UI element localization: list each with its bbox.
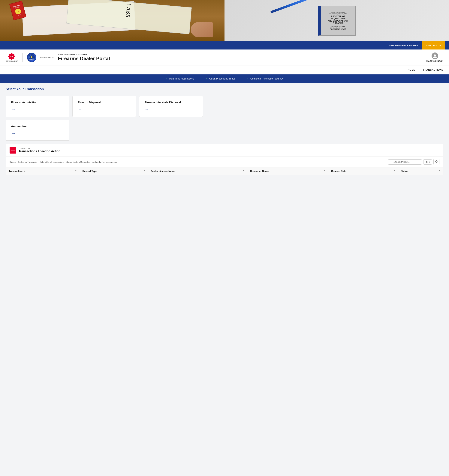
- feature-2: ✓ Quick Processing Times: [206, 77, 235, 80]
- settings-dropdown-arrow: ▾: [429, 161, 430, 163]
- svg-point-15: [434, 54, 436, 56]
- transactions-icon: [10, 147, 16, 153]
- feature-1-label: Real Time Notifications: [169, 77, 194, 80]
- svg-rect-19: [11, 151, 15, 151]
- check-icon-2: ✓: [206, 77, 208, 80]
- feature-1: ✓ Real Time Notifications: [166, 77, 194, 80]
- feature-3-label: Complete Transaction Journey: [250, 77, 283, 80]
- search-wrapper: [388, 159, 422, 164]
- svg-point-22: [426, 161, 427, 162]
- hero-right-image: Firearms Act, 1996Firearms Regulation, 2…: [224, 0, 449, 41]
- col-customer-filter[interactable]: ▾: [324, 170, 325, 172]
- header-title-area: NSW FIREARMS REGISTRY Firearms Dealer Po…: [58, 53, 110, 62]
- main-content: Select Your Transaction Firearm Acquisit…: [0, 83, 449, 183]
- cards-row-2: Ammunition →: [6, 120, 443, 141]
- contact-us-button[interactable]: CONTACT US: [422, 41, 445, 50]
- cards-row-1: Firearm Acquisition → Firearm Disposal →…: [6, 96, 443, 117]
- user-profile[interactable]: MARK JOHNSON: [426, 52, 443, 62]
- select-transaction-section: Select Your Transaction Firearm Acquisit…: [6, 87, 443, 141]
- registry-label: NSW FIREARMS REGISTRY: [389, 44, 418, 46]
- police-badge-icon: NSW POLICE: [28, 54, 35, 61]
- svg-rect-18: [11, 150, 15, 150]
- card-firearm-disposal[interactable]: Firearm Disposal →: [72, 96, 136, 117]
- svg-marker-23: [437, 160, 437, 161]
- card-arrow-1: →: [11, 107, 64, 112]
- svg-text:NSW POLICE: NSW POLICE: [29, 59, 34, 60]
- transactions-toolbar: 0 items • Sorted by Transaction • Filter…: [6, 157, 443, 167]
- transactions-label: Transactions: [18, 147, 60, 150]
- section-title: Select Your Transaction: [6, 87, 443, 91]
- col-record-type-filter[interactable]: ▾: [144, 170, 145, 172]
- col-created-date[interactable]: Created Date ▾: [328, 167, 398, 175]
- police-label: NSW Police Force: [40, 57, 54, 58]
- header-title: Firearms Dealer Portal: [58, 56, 110, 62]
- nav-transactions[interactable]: TRANSACTIONS: [423, 68, 443, 71]
- card-title-4: Ammunition: [11, 125, 64, 128]
- card-ammunition[interactable]: Ammunition →: [6, 120, 69, 141]
- list-icon: [11, 149, 15, 152]
- transactions-panel: Transactions Transactions I need to Acti…: [6, 144, 443, 175]
- col-transaction[interactable]: Transaction ↑ ▾: [6, 167, 79, 175]
- card-arrow-3: →: [145, 107, 197, 112]
- table-header: Transaction ↑ ▾ Record Type ▾ Dealer Lic…: [6, 167, 443, 175]
- features-bar: ✓ Real Time Notifications ✓ Quick Proces…: [0, 74, 449, 83]
- logo-divider: [22, 53, 23, 62]
- col-status[interactable]: Status ▾: [398, 167, 443, 175]
- transactions-table: Transaction ↑ ▾ Record Type ▾ Dealer Lic…: [6, 167, 443, 175]
- police-logo: NSW POLICE: [27, 53, 36, 62]
- card-firearm-acquisition[interactable]: Firearm Acquisition →: [6, 96, 69, 117]
- card-arrow-2: →: [78, 107, 131, 112]
- sort-arrow-transaction: ↑: [24, 170, 25, 172]
- top-nav-bar: NSW FIREARMS REGISTRY CONTACT US: [0, 41, 449, 50]
- transactions-header: Transactions Transactions I need to Acti…: [6, 144, 443, 157]
- hero-section: BEHIND THE GLASS AMERICAN EAGLE ★ .22 LR…: [0, 0, 449, 41]
- gov-label: GOVERNMENT: [6, 60, 18, 62]
- col-status-filter[interactable]: ▾: [439, 170, 440, 172]
- col-date-filter[interactable]: ▾: [394, 170, 395, 172]
- card-title-1: Firearm Acquisition: [11, 101, 64, 104]
- gear-icon: [425, 161, 428, 163]
- settings-button[interactable]: ▾: [423, 159, 432, 164]
- refresh-icon: [435, 160, 438, 163]
- nsw-flower-icon: NSW: [7, 53, 16, 60]
- transactions-status: 0 items • Sorted by Transaction • Filter…: [10, 161, 117, 163]
- check-icon-1: ✓: [166, 77, 168, 80]
- col-transaction-filter[interactable]: ▾: [75, 170, 76, 172]
- toolbar-right: ▾: [388, 159, 439, 165]
- nav-home[interactable]: HOME: [408, 68, 415, 71]
- check-icon-3: ✓: [247, 77, 249, 80]
- card-title-3: Firearm Interstate Disposal: [145, 101, 197, 104]
- svg-point-16: [433, 57, 437, 58]
- feature-3: ✓ Complete Transaction Journey: [247, 77, 283, 80]
- col-dealer-licence[interactable]: Dealer Licence Name ▾: [148, 167, 247, 175]
- hero-left-image: BEHIND THE GLASS AMERICAN EAGLE ★ .22 LR: [0, 0, 224, 41]
- col-record-type[interactable]: Record Type ▾: [79, 167, 147, 175]
- header-subtitle: NSW FIREARMS REGISTRY: [58, 53, 110, 56]
- user-avatar-icon: [432, 52, 438, 59]
- section-divider: [6, 92, 443, 92]
- transactions-title-area: Transactions Transactions I need to Acti…: [18, 147, 60, 153]
- refresh-button[interactable]: [433, 159, 439, 165]
- col-customer-name[interactable]: Customer Name ▾: [247, 167, 328, 175]
- svg-point-2: [11, 57, 12, 60]
- card-title-2: Firearm Disposal: [78, 101, 131, 104]
- card-firearm-interstate-disposal[interactable]: Firearm Interstate Disposal →: [139, 96, 203, 117]
- svg-text:NSW: NSW: [10, 56, 13, 57]
- search-input[interactable]: [388, 159, 422, 164]
- feature-2-label: Quick Processing Times: [209, 77, 235, 80]
- header-logos: NSW GOVERNMENT NSW POLICE NSW Police For…: [6, 53, 110, 62]
- site-header: NSW GOVERNMENT NSW POLICE NSW Police For…: [0, 50, 449, 65]
- user-name: MARK JOHNSON: [426, 60, 443, 62]
- svg-point-1: [11, 53, 12, 56]
- transactions-title: Transactions I need to Action: [18, 150, 60, 153]
- transactions-table-container: Transaction ↑ ▾ Record Type ▾ Dealer Lic…: [6, 167, 443, 175]
- col-dealer-filter[interactable]: ▾: [243, 170, 244, 172]
- card-arrow-4: →: [11, 131, 64, 136]
- nsw-logo: NSW GOVERNMENT: [6, 53, 18, 62]
- main-navigation: HOME TRANSACTIONS: [0, 65, 449, 74]
- svg-rect-17: [11, 149, 15, 149]
